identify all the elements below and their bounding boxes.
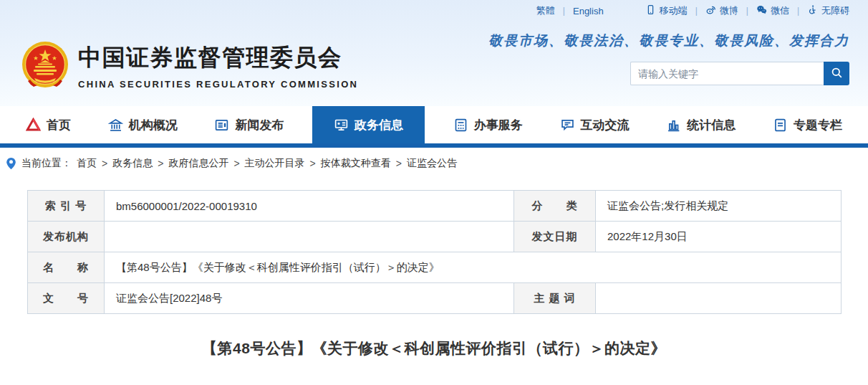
breadcrumb-catalog[interactable]: 主动公开目录 (245, 157, 305, 170)
breadcrumb-separator: > (310, 158, 316, 169)
bar-chart-icon (666, 118, 681, 133)
site-title-en: CHINA SECURITIES REGULATORY COMMISSION (78, 79, 358, 90)
separator: | (797, 6, 799, 16)
mobile-link[interactable]: 移动端 (645, 4, 688, 17)
article-title: 【第48号公告】《关于修改＜科创属性评价指引（试行）＞的决定》 (0, 338, 868, 358)
accessibility-link-label: 无障碍 (821, 4, 849, 17)
weibo-link-label: 微博 (720, 4, 738, 17)
location-pin-icon (6, 157, 16, 170)
breadcrumb: 当前位置： 首页 > 政务信息 > 政府信息公开 > 主动公开目录 > 按体裁文… (0, 148, 868, 179)
brand-titles: 中国证券监督管理委员会 CHINA SECURITIES REGULATORY … (78, 42, 358, 90)
nav-label: 互动交流 (581, 117, 630, 133)
nav-label: 专题专栏 (794, 117, 842, 133)
chat-icon (560, 118, 575, 133)
subject-words-value (596, 283, 842, 314)
table-row: 索 引 号 bm56000001/2022-00019310 分 类 证监会公告… (28, 191, 842, 222)
nav-item-interaction[interactable]: 互动交流 (551, 106, 638, 143)
wechat-link[interactable]: 微信 (756, 4, 789, 17)
index-number-label: 索 引 号 (28, 191, 105, 222)
breadcrumb-doc-type[interactable]: 按体裁文种查看 (321, 157, 391, 170)
document-info-table: 索 引 号 bm56000001/2022-00019310 分 类 证监会公告… (27, 190, 842, 314)
nav-item-statistics[interactable]: 统计信息 (657, 106, 744, 143)
breadcrumb-separator: > (158, 158, 163, 169)
index-number-value: bm56000001/2022-00019310 (105, 191, 514, 222)
breadcrumb-home[interactable]: 首页 (77, 157, 97, 170)
main-nav: 首页 机构概况 新闻发布 政务信息 办事服务 互动交流 统计信息 专题专栏 (0, 106, 868, 143)
weibo-link[interactable]: 微博 (705, 4, 738, 17)
table-row: 发布机构 发文日期 2022年12月30日 (28, 222, 842, 252)
nav-label: 政务信息 (355, 117, 403, 133)
breadcrumb-gov-info[interactable]: 政务信息 (112, 157, 153, 170)
category-value: 证监会公告;发行相关规定 (596, 191, 842, 222)
content-area: 索 引 号 bm56000001/2022-00019310 分 类 证监会公告… (0, 179, 868, 358)
breadcrumb-separator: > (102, 158, 107, 169)
separator: | (695, 6, 698, 16)
search-bar (630, 62, 849, 85)
lang-traditional-link[interactable]: 繁體 (536, 4, 555, 17)
issuing-agency-label: 发布机构 (28, 222, 105, 252)
breadcrumb-disclosure[interactable]: 政府信息公开 (168, 157, 228, 170)
issuing-agency-value (105, 222, 514, 252)
breadcrumb-announcements[interactable]: 证监会公告 (407, 157, 457, 170)
issue-date-label: 发文日期 (514, 222, 596, 252)
separator: | (746, 6, 748, 16)
mobile-icon (645, 4, 656, 17)
table-row: 文 号 证监会公告[2022]48号 主 题 词 (28, 283, 842, 314)
brand[interactable]: 中国证券监督管理委员会 CHINA SECURITIES REGULATORY … (21, 26, 358, 106)
breadcrumb-prefix: 当前位置： (21, 157, 72, 170)
search-input[interactable] (630, 62, 824, 85)
document-name-label: 名 称 (28, 252, 105, 283)
nav-item-home[interactable]: 首页 (17, 106, 79, 143)
subject-words-label: 主 题 词 (514, 283, 596, 314)
nav-label: 办事服务 (474, 117, 523, 133)
issue-date-value: 2022年12月30日 (596, 222, 842, 252)
nav-item-about[interactable]: 机构概况 (100, 106, 186, 143)
document-number-label: 文 号 (28, 283, 105, 314)
mobile-link-label: 移动端 (660, 4, 688, 17)
topbar: 繁體 | English 移动端 | 微博 | 微信 | 无障碍 (0, 0, 868, 22)
lang-english-link[interactable]: English (573, 6, 604, 16)
nav-label: 统计信息 (687, 117, 736, 133)
nav-item-topics[interactable]: 专题专栏 (764, 106, 851, 143)
separator: | (563, 6, 565, 16)
site-slogan: 敬畏市场、敬畏法治、敬畏专业、敬畏风险、发挥合力 (488, 32, 849, 50)
monitor-star-icon (334, 118, 349, 133)
accessibility-icon (807, 4, 818, 17)
document-number-value: 证监会公告[2022]48号 (105, 283, 514, 314)
breadcrumb-separator: > (233, 158, 239, 169)
site-title-cn: 中国证券监督管理委员会 (78, 42, 358, 74)
breadcrumb-separator: > (396, 158, 402, 169)
nav-item-gov-info[interactable]: 政务信息 (312, 106, 425, 143)
document-name-value: 【第48号公告】《关于修改＜科创属性评价指引（试行）＞的决定》 (105, 252, 842, 283)
wechat-icon (756, 4, 767, 17)
weibo-icon (705, 4, 716, 17)
accessibility-link[interactable]: 无障碍 (807, 4, 849, 17)
nav-label: 机构概况 (129, 117, 178, 133)
services-icon (453, 118, 468, 133)
nav-item-services[interactable]: 办事服务 (445, 106, 531, 143)
news-icon (214, 118, 229, 133)
search-icon (830, 66, 844, 82)
csrc-logo-icon (26, 118, 41, 133)
search-button[interactable] (824, 62, 849, 85)
bank-icon (108, 118, 123, 133)
nav-label: 新闻发布 (235, 117, 284, 133)
category-label: 分 类 (514, 191, 596, 222)
wechat-link-label: 微信 (771, 4, 789, 17)
topics-icon (773, 118, 788, 133)
table-row: 名 称 【第48号公告】《关于修改＜科创属性评价指引（试行）＞的决定》 (28, 252, 842, 283)
nav-item-news[interactable]: 新闻发布 (206, 106, 292, 143)
national-emblem-logo (21, 41, 69, 88)
nav-label: 首页 (47, 117, 71, 133)
page-header: 繁體 | English 移动端 | 微博 | 微信 | 无障碍 (0, 0, 868, 106)
